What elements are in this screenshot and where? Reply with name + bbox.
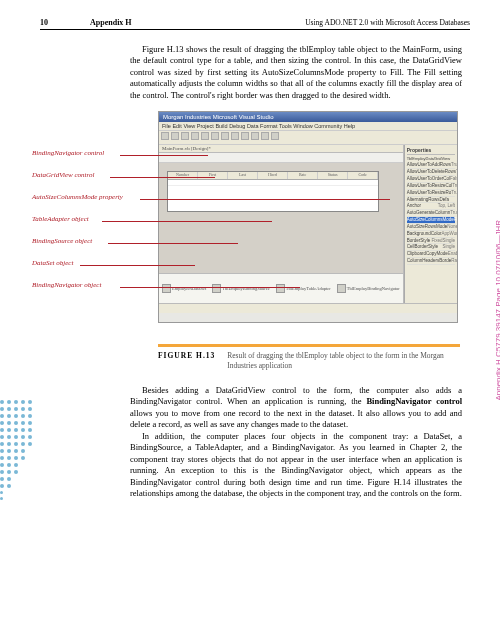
property-row: AutoGenerateColumnTrue	[407, 210, 455, 217]
grid-header: Hired	[258, 172, 288, 179]
tray-bindingsource: TblEmployBindingSource	[212, 284, 270, 293]
appendix-label: Appendix H	[90, 18, 132, 27]
decorative-dots	[0, 400, 34, 503]
property-row: BorderStyleFixedSingle	[407, 238, 455, 245]
document-tab: MainForm.vb [Design]*	[159, 145, 403, 153]
toolbar	[159, 131, 457, 145]
property-row: AutoSizeColumnsModeFill	[407, 217, 455, 224]
grid-header: Last	[228, 172, 258, 179]
property-row: AllowUserToResizeRoTrue	[407, 190, 455, 197]
callout-line	[120, 287, 300, 288]
status-bar	[159, 303, 457, 313]
annotation-dataset-object: DataSet object	[32, 259, 123, 267]
callout-line	[102, 221, 272, 222]
property-row: AlternatingRowsDefa	[407, 197, 455, 204]
paragraph-2: Besides adding a DataGridView control to…	[130, 385, 462, 431]
grid-header: Code	[348, 172, 378, 179]
properties-title: Properties	[407, 147, 455, 155]
annotation-tableadapter-object: TableAdapter object	[32, 215, 123, 223]
properties-object: TblEmployDataGridView	[407, 156, 455, 161]
tray-bindingnavigator: TblEmployBindingNavigator	[337, 284, 400, 293]
side-print-mark: Appendix H C5779 39147 Page 10 07/10/06—…	[494, 220, 500, 401]
property-row: AllowUserToAddRowsTrue	[407, 162, 455, 169]
page-number: 10	[40, 18, 48, 27]
callout-line	[110, 177, 215, 178]
window-title: Morgan Industries Microsoft Visual Studi…	[159, 112, 457, 122]
page-header: 10 Appendix H Using ADO.NET 2.0 with Mic…	[40, 18, 470, 30]
paragraph-3: In addition, the computer places four ob…	[130, 431, 462, 500]
annotation-bindingnavigator-object: BindingNavigator object	[32, 281, 123, 289]
property-row: AnchorTop, Left	[407, 203, 455, 210]
property-row: AllowUserToOrderColFalse	[407, 176, 455, 183]
term-bindingnavigator: BindingNavigator control	[366, 396, 462, 406]
property-row: ClipboardCopyModeEnableWi	[407, 251, 455, 258]
callout-line	[140, 199, 390, 200]
annotation-datagridview-control: DataGridView control	[32, 171, 123, 179]
menu-bar: File Edit View Project Build Debug Data …	[159, 122, 457, 131]
properties-panel: Properties TblEmployDataGridView AllowUs…	[404, 145, 457, 303]
figure-number: FIGURE H.13	[158, 351, 215, 371]
form-designer: Number First Last Hired Rate Status Code	[159, 163, 403, 273]
grid-header: Status	[318, 172, 348, 179]
grid-header: Rate	[288, 172, 318, 179]
property-row: AllowUserToResizeColTrue	[407, 183, 455, 190]
callout-line	[120, 155, 208, 156]
tray-dataset: EmployeesDataSet	[162, 284, 206, 293]
annotation-binding-navigator-control: BindingNavigator control	[32, 149, 123, 157]
property-row: CellBorderStyleSingle	[407, 244, 455, 251]
tray-tableadapter: TblEmployTableAdapter	[276, 284, 331, 293]
component-tray: EmployeesDataSet TblEmployBindingSource …	[159, 273, 403, 303]
figure-caption: FIGURE H.13 Result of dragging the tblEm…	[158, 344, 460, 371]
property-row: AutoSizeRowsModeNone	[407, 224, 455, 231]
property-row: ColumnHeadersBordeRaised	[407, 258, 455, 265]
chapter-title: Using ADO.NET 2.0 with Microsoft Access …	[305, 18, 470, 27]
property-row: BackgroundColorAppWork	[407, 231, 455, 238]
annotation-autosize-property: AutoSizeColumnsMode property	[32, 193, 123, 201]
visual-studio-screenshot: Morgan Industries Microsoft Visual Studi…	[158, 111, 458, 323]
property-row: AllowUserToDeleteRowsTrue	[407, 169, 455, 176]
figure-area: BindingNavigator control DataGridView co…	[40, 111, 470, 336]
annotation-bindingsource-object: BindingSource object	[32, 237, 123, 245]
paragraph-1: Figure H.13 shows the result of dragging…	[130, 44, 462, 101]
callout-line	[108, 243, 238, 244]
figure-text: Result of dragging the tblEmploy table o…	[227, 351, 460, 371]
